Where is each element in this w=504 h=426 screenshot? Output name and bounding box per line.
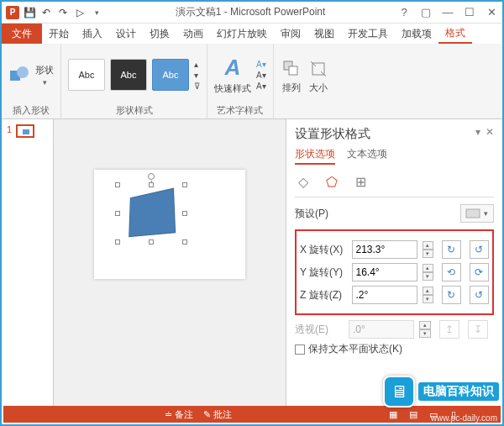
tab-transitions[interactable]: 切换 (143, 24, 176, 44)
x-rotation-spinner[interactable]: ▴ ▾ (423, 241, 433, 258)
shape-style-swatch-3[interactable]: Abc (152, 59, 189, 91)
resize-handle-s[interactable] (149, 239, 154, 245)
spin-down-icon[interactable]: ▾ (423, 295, 433, 303)
slide-edit-pane[interactable] (54, 119, 286, 408)
pane-tab-shape-options[interactable]: 形状选项 (295, 147, 335, 165)
preset-row: 预设(P) ▾ (295, 204, 494, 223)
save-icon[interactable]: 💾 (22, 5, 37, 20)
z-axis-ccw-icon[interactable]: ↺ (470, 286, 489, 304)
pane-close-icon[interactable]: ✕ (486, 126, 494, 138)
z-rotation-spinner[interactable]: ▴ ▾ (423, 287, 433, 303)
z-rotation-input[interactable] (352, 286, 417, 304)
preset-dropdown-button[interactable]: ▾ (460, 204, 494, 223)
z-rotation-label: Z 旋转(Z) (300, 288, 347, 302)
effects-icon[interactable]: ⬠ (323, 173, 340, 190)
size-button[interactable]: 大小 (307, 58, 329, 94)
undo-icon[interactable]: ↶ (39, 5, 54, 20)
pane-tab-text-options[interactable]: 文本选项 (347, 147, 387, 165)
shape-style-swatch-2[interactable]: Abc (110, 59, 147, 91)
row-up-icon: ▴ (194, 60, 200, 69)
tab-format[interactable]: 格式 (438, 24, 472, 44)
tab-slideshow[interactable]: 幻灯片放映 (210, 24, 274, 44)
x-axis-left-icon[interactable]: ↻ (442, 240, 461, 259)
slide-canvas[interactable] (94, 170, 245, 279)
keep-text-flat-row[interactable]: 保持文本平面状态(K) (295, 342, 494, 356)
ribbon-options-icon[interactable]: ▢ (415, 2, 437, 24)
selected-shape[interactable] (118, 185, 185, 242)
y-rotation-input[interactable] (352, 263, 417, 281)
tab-home[interactable]: 开始 (42, 24, 76, 44)
resize-handle-ne[interactable] (182, 182, 187, 187)
shapes-dropdown-button[interactable]: 形状 ▾ (35, 64, 54, 87)
z-axis-cw-icon[interactable]: ↻ (442, 286, 461, 304)
size-label: 大小 (309, 82, 328, 94)
minimize-icon[interactable]: — (437, 2, 459, 24)
tab-animations[interactable]: 动画 (176, 24, 210, 44)
x-rotation-label: X 旋转(X) (300, 243, 347, 257)
resize-handle-nw[interactable] (115, 182, 120, 187)
rectangle-shape[interactable] (129, 188, 176, 238)
watermark-url: www.pc-daily.com (431, 413, 497, 423)
spin-up-icon: ▴ (419, 321, 431, 329)
y-axis-up-icon[interactable]: ⟲ (442, 263, 461, 281)
svg-rect-5 (466, 209, 480, 218)
status-bar: ≐ 备注 ✎ 批注 ▦ ▤ ▭ ▯ (3, 406, 501, 423)
resize-handle-e[interactable] (182, 211, 187, 216)
maximize-icon[interactable]: ☐ (459, 2, 480, 24)
shapes-gallery-button[interactable] (8, 64, 30, 86)
ribbon: 形状 ▾ 插入形状 Abc Abc Abc ▴ ▾ ⊽ 形状样式 A 快速样式 … (2, 44, 502, 119)
tab-design[interactable]: 设计 (109, 24, 143, 44)
tab-developer[interactable]: 开发工具 (341, 24, 395, 44)
help-icon[interactable]: ? (393, 2, 415, 24)
checkbox-icon[interactable] (295, 344, 305, 355)
ribbon-group-arrange: 排列 大小 (274, 44, 336, 118)
wordart-options[interactable]: A▾ A▾ A▾ (256, 60, 266, 91)
normal-view-icon[interactable]: ▦ (386, 408, 400, 420)
shape-style-swatch-1[interactable]: Abc (68, 59, 105, 91)
keep-text-flat-label: 保持文本平面状态(K) (308, 342, 402, 356)
row-down-icon: ▾ (194, 71, 200, 80)
shape-style-more[interactable]: ▴ ▾ ⊽ (194, 60, 200, 91)
resize-handle-n[interactable] (149, 182, 154, 187)
sorter-view-icon[interactable]: ▤ (407, 408, 420, 420)
y-rotation-row: Y 旋转(Y) ▴ ▾ ⟲ ⟳ (300, 263, 489, 281)
resize-handle-se[interactable] (182, 239, 187, 245)
start-slideshow-icon[interactable]: ▷ (72, 5, 87, 20)
spin-down-icon: ▾ (419, 329, 431, 338)
close-icon[interactable]: ✕ (480, 2, 502, 24)
spin-down-icon[interactable]: ▾ (423, 250, 433, 258)
watermark-text: 电脑百科知识 (418, 382, 499, 401)
size-properties-icon[interactable]: ⊞ (352, 173, 369, 190)
spin-up-icon[interactable]: ▴ (423, 264, 433, 272)
pane-title: 设置形状格式 (295, 126, 494, 142)
spin-up-icon[interactable]: ▴ (423, 241, 433, 250)
tab-addins[interactable]: 加载项 (395, 24, 438, 44)
y-rotation-spinner[interactable]: ▴ ▾ (423, 264, 433, 281)
rotation-handle[interactable] (148, 173, 155, 180)
redo-icon[interactable]: ↷ (55, 5, 71, 20)
slide-thumbnail-pane: 1 (2, 119, 54, 408)
comments-button[interactable]: ✎ 批注 (203, 408, 232, 421)
resize-handle-sw[interactable] (115, 239, 120, 245)
tab-file[interactable]: 文件 (2, 24, 42, 44)
ribbon-group-wordart: A 快速样式 A▾ A▾ A▾ 艺术字样式 (207, 44, 274, 118)
text-effects-icon: A▾ (256, 82, 266, 91)
wordart-quickstyle-button[interactable]: A 快速样式 (214, 55, 251, 95)
arrange-button[interactable]: 排列 (281, 58, 302, 94)
tab-view[interactable]: 视图 (307, 24, 341, 44)
size-icon (307, 58, 329, 80)
slide-thumbnail[interactable] (16, 124, 34, 138)
tab-insert[interactable]: 插入 (76, 24, 109, 44)
qat-dropdown-icon[interactable]: ▾ (89, 5, 104, 20)
y-axis-down-icon[interactable]: ⟳ (470, 263, 489, 281)
tab-review[interactable]: 审阅 (274, 24, 307, 44)
x-rotation-input[interactable] (352, 240, 417, 259)
pane-dropdown-icon[interactable]: ▾ (475, 126, 480, 138)
notes-button[interactable]: ≐ 备注 (165, 408, 193, 421)
spin-up-icon[interactable]: ▴ (423, 287, 433, 295)
fill-line-icon[interactable]: ◇ (295, 173, 312, 190)
spin-down-icon[interactable]: ▾ (423, 272, 433, 281)
x-axis-right-icon[interactable]: ↺ (470, 240, 489, 259)
preset-label: 预设(P) (295, 207, 328, 221)
resize-handle-w[interactable] (115, 211, 120, 216)
